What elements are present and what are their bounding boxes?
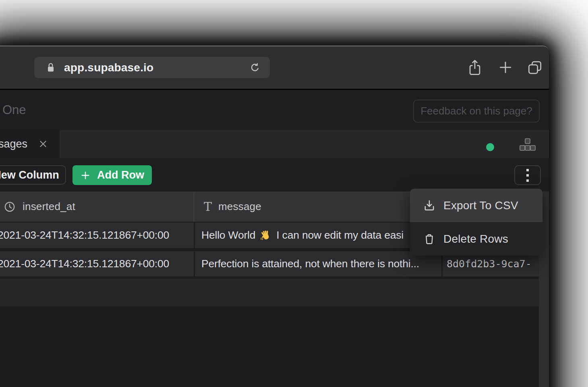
trash-icon [421,232,437,246]
tabs-overview-icon[interactable] [526,58,544,77]
new-column-button[interactable]: New Column [0,165,66,185]
address-bar[interactable]: app.supabase.io [34,57,270,78]
app-header: One Feedback on this page? [0,90,549,130]
tab-messages[interactable]: sages [0,130,60,158]
menu-item-delete-rows[interactable]: Delete Rows [410,222,542,256]
kebab-menu-icon [526,169,529,171]
cell-inserted-at[interactable]: 2021-03-24T14:32:15.121867+00:00 [0,223,194,248]
editor-tab-bar: sages [0,130,549,158]
column-header-message[interactable]: T message [194,191,441,222]
share-icon[interactable] [466,58,484,77]
feedback-button[interactable]: Feedback on this page? [413,100,540,123]
browser-window: app.supabase.io [0,46,549,387]
column-header-inserted-at[interactable]: inserted_at [0,191,194,222]
new-tab-icon[interactable] [497,58,514,77]
project-title: One [2,103,26,117]
plus-icon [80,170,91,181]
table-options-menu: Export To CSV Delete Rows [410,189,542,256]
column-label: inserted_at [23,200,75,213]
clock-icon [3,200,16,213]
status-dot [486,143,494,151]
tab-label: sages [0,138,27,150]
table-toolbar: New Column Add Row [0,158,549,191]
address-text: app.supabase.io [64,61,153,74]
waving-hand-emoji [260,229,272,241]
new-row-strip[interactable] [0,279,539,306]
table-options-button[interactable] [514,165,541,185]
reload-icon[interactable] [249,62,261,74]
lock-icon [45,61,57,75]
add-row-label: Add Row [97,169,144,181]
download-icon [421,199,437,212]
browser-toolbar: app.supabase.io [0,46,549,89]
menu-item-export-csv[interactable]: Export To CSV [410,189,542,222]
cell-inserted-at[interactable]: 2021-03-24T14:32:15.121867+00:00 [0,251,194,277]
cell-message[interactable]: Perfection is attained, not when there i… [195,251,441,277]
cell-message[interactable]: Hello World [195,223,441,248]
schema-diagram-icon[interactable] [520,138,536,152]
text-icon: T [204,200,212,214]
close-icon[interactable] [38,139,48,149]
column-label: message [218,200,261,213]
add-row-button[interactable]: Add Row [72,165,152,185]
desktop-background: app.supabase.io [0,0,588,387]
